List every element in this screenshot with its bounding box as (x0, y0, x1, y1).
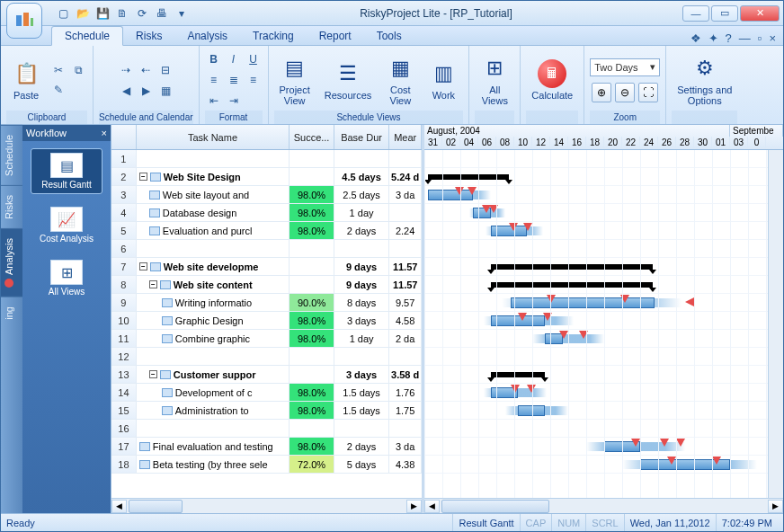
italic-button[interactable]: I (225, 50, 243, 68)
zoom-in-icon[interactable]: ⊕ (592, 83, 611, 102)
qat-print-icon[interactable]: 🖶 (154, 5, 170, 22)
gantt-scroll-left-icon[interactable]: ◀ (424, 500, 440, 513)
outdent-icon[interactable]: ⇤ (205, 92, 223, 110)
risk-marker-icon[interactable] (660, 439, 669, 447)
scroll-thumb[interactable] (129, 500, 183, 513)
table-row[interactable]: 2−Web Site Design4.5 days5.24 d (111, 168, 422, 186)
risk-marker-icon[interactable] (547, 295, 556, 303)
cut-icon[interactable]: ✂ (49, 61, 67, 79)
tab-analysis[interactable]: Analysis (174, 27, 240, 45)
cost-view-button[interactable]: ▦Cost View (380, 50, 420, 110)
link-icon[interactable]: ⇢ (117, 61, 135, 79)
mdi-restore-icon[interactable]: ▫ (758, 31, 762, 45)
table-row[interactable]: 15Administration to98.0%1.5 days1.75 (111, 402, 422, 420)
gantt-scroll-right-icon[interactable]: ▶ (768, 500, 783, 513)
unlink-icon[interactable]: ⇠ (137, 61, 155, 79)
table-row[interactable]: 16 (111, 420, 422, 438)
resources-button[interactable]: ☰Resources (319, 56, 378, 104)
scroll-right-icon[interactable]: ▶ (406, 500, 422, 513)
sidetab-schedule[interactable]: Schedule (1, 125, 22, 185)
copy-icon[interactable]: ⧉ (69, 61, 87, 79)
risk-marker-icon[interactable] (518, 313, 527, 321)
gantt-v-scrollbar[interactable] (768, 150, 783, 498)
table-row[interactable]: 18Beta testing (by three sele72.0%5 days… (111, 456, 422, 474)
col-name-header[interactable]: Task Name (137, 125, 290, 149)
bold-button[interactable]: B (205, 50, 223, 68)
qat-refresh-icon[interactable]: ⟳ (134, 5, 150, 22)
align-center-icon[interactable]: ≣ (225, 71, 243, 89)
maximize-button[interactable]: ▭ (711, 5, 738, 22)
collapse-icon[interactable]: − (149, 370, 157, 378)
table-row[interactable]: 13−Customer suppor3 days3.58 d (111, 366, 422, 384)
summary-bar[interactable] (491, 372, 545, 377)
sidetab-risks[interactable]: Risks (1, 185, 22, 228)
wf-cost-analysis[interactable]: 📈Cost Analysis (31, 203, 102, 247)
risk-marker-icon[interactable] (559, 331, 568, 339)
risk-marker-icon[interactable] (509, 223, 518, 231)
risk-marker-icon[interactable] (712, 457, 721, 465)
col-succ-header[interactable]: Succe... (290, 125, 334, 149)
align-left-icon[interactable]: ≡ (205, 71, 223, 89)
calendar-btn-icon[interactable]: ▦ (156, 82, 174, 100)
risk-marker-icon[interactable] (527, 385, 536, 393)
task-bar[interactable] (518, 405, 545, 416)
col-mean-header[interactable]: Mear (389, 125, 422, 149)
risk-marker-icon[interactable] (468, 187, 477, 195)
sidetab-analysis[interactable]: Analysis (1, 228, 22, 297)
zoom-fit-icon[interactable]: ⛶ (638, 83, 658, 102)
col-num-header[interactable] (111, 125, 137, 149)
zoom-out-icon[interactable]: ⊖ (615, 83, 635, 102)
outdent-left-icon[interactable]: ◀ (117, 82, 135, 100)
grid-body[interactable]: 12−Web Site Design4.5 days5.24 d3Web sit… (111, 150, 422, 498)
mdi-minimize-icon[interactable]: ― (739, 31, 751, 45)
tab-tools[interactable]: Tools (364, 27, 414, 45)
task-bar[interactable] (428, 190, 473, 200)
qat-new-icon[interactable]: ▢ (55, 5, 71, 22)
qat-dropdown-icon[interactable]: ▾ (174, 5, 190, 22)
table-row[interactable]: 7−Web site developme9 days11.57 (111, 258, 422, 276)
help-book-icon[interactable]: ❖ (690, 31, 701, 45)
col-dur-header[interactable]: Base Dur (334, 125, 389, 149)
table-row[interactable]: 8−Web site content9 days11.57 (111, 276, 422, 294)
underline-button[interactable]: U (245, 50, 263, 68)
table-row[interactable]: 10Graphic Design98.0%3 days4.58 (111, 312, 422, 330)
tab-risks[interactable]: Risks (123, 27, 174, 45)
summary-bar[interactable] (491, 264, 653, 270)
mdi-close-icon[interactable]: × (769, 31, 776, 45)
qat-save-icon[interactable]: 💾 (94, 5, 111, 22)
wf-all-views[interactable]: ⊞All Views (31, 256, 102, 300)
gantt-body[interactable] (424, 150, 768, 498)
table-row[interactable]: 12 (111, 348, 422, 366)
summary-bar[interactable] (491, 282, 653, 288)
format-painter-icon[interactable]: ✎ (49, 81, 67, 99)
collapse-icon[interactable]: − (149, 280, 157, 288)
tab-report[interactable]: Report (307, 27, 364, 45)
table-row[interactable]: 1 (111, 150, 422, 168)
tab-schedule[interactable]: Schedule (51, 26, 123, 46)
risk-marker-icon[interactable] (631, 439, 640, 447)
wf-result-gantt[interactable]: ▤Result Gantt (31, 148, 102, 194)
all-views-button[interactable]: ⊞All Views (475, 50, 514, 110)
help-whatsthis-icon[interactable]: ✦ (708, 31, 718, 45)
gantt-h-scrollbar[interactable]: ◀ ▶ (424, 498, 783, 513)
table-row[interactable]: 5Evaluation and purcl98.0%2 days2.24 (111, 222, 422, 240)
table-row[interactable]: 4Database design98.0%1 day (111, 204, 422, 222)
qat-saveas-icon[interactable]: 🗎 (114, 5, 130, 22)
settings-button[interactable]: ⚙Settings and Options (672, 50, 737, 110)
app-orb-button[interactable] (6, 3, 42, 39)
workflow-close-icon[interactable]: × (102, 128, 107, 138)
indent-right-icon[interactable]: ▶ (137, 82, 155, 100)
calculate-button[interactable]: 🖩Calculate (526, 56, 578, 104)
qat-open-icon[interactable]: 📂 (75, 5, 91, 22)
risk-marker-icon[interactable] (676, 439, 685, 447)
zoom-dropdown[interactable]: Two Days▾ (590, 58, 660, 76)
paste-button[interactable]: 📋Paste (6, 56, 46, 104)
close-button[interactable]: ✕ (740, 5, 780, 22)
table-row[interactable]: 3Web site layout and98.0%2.5 days3 da (111, 186, 422, 204)
risk-marker-icon[interactable] (667, 457, 676, 465)
risk-marker-icon[interactable] (511, 385, 520, 393)
table-row[interactable]: 14Development of c98.0%1.5 days1.76 (111, 384, 422, 402)
align-right-icon[interactable]: ≡ (245, 71, 263, 89)
minimize-button[interactable]: ― (682, 5, 709, 22)
table-row[interactable]: 6 (111, 240, 422, 258)
